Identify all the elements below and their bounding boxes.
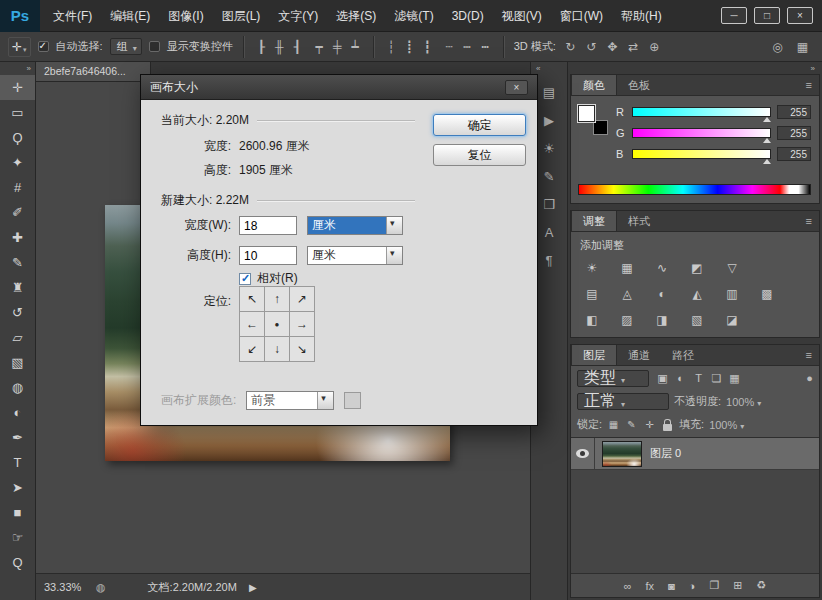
brush-panel-icon[interactable]: ✎ — [535, 164, 563, 188]
width-input[interactable] — [239, 216, 297, 235]
black-white-icon[interactable]: ◐ — [651, 284, 673, 303]
layer-name[interactable]: 图层 0 — [650, 446, 681, 461]
selective-color-icon[interactable]: ◪ — [721, 310, 743, 329]
layer-style-icon[interactable]: fx — [646, 580, 655, 592]
adjustments-panel-icon[interactable]: ☀ — [535, 136, 563, 160]
filter-shape-layers-icon[interactable]: ❏ — [709, 372, 724, 385]
show-transform-checkbox[interactable] — [149, 41, 160, 52]
menu-item[interactable]: 滤镜(T) — [385, 0, 442, 32]
chevron-down-icon[interactable] — [386, 217, 402, 234]
channel-slider[interactable] — [632, 149, 771, 159]
3d-pan-icon[interactable]: ✥ — [605, 40, 620, 54]
invert-icon[interactable]: ◧ — [581, 310, 603, 329]
distribute-horizontal-icon[interactable]: ┋ — [402, 40, 417, 54]
auto-select-target-dropdown[interactable]: 组 — [110, 38, 142, 55]
anchor-cell[interactable]: ← — [240, 312, 265, 337]
distribute-bottom-icon[interactable]: ┅ — [478, 40, 493, 54]
distribute-top-icon[interactable]: ┄ — [442, 40, 457, 54]
height-input[interactable] — [239, 246, 297, 265]
layer-filter-type-dropdown[interactable]: 类型 — [577, 370, 649, 387]
panel-menu-icon[interactable]: ≡ — [799, 211, 819, 231]
tab-paths[interactable]: 路径 — [661, 345, 705, 365]
anchor-cell[interactable]: ↖ — [240, 287, 265, 312]
opacity-field[interactable]: 100% — [726, 396, 761, 408]
lock-all-icon[interactable] — [663, 424, 672, 431]
exposure-icon[interactable]: ◩ — [686, 258, 708, 277]
auto-select-checkbox[interactable] — [38, 41, 49, 52]
panel-menu-icon[interactable]: ≡ — [799, 75, 819, 95]
new-layer-icon[interactable]: ⊞ — [733, 579, 742, 592]
clone-source-panel-icon[interactable]: ❒ — [535, 192, 563, 216]
filter-adjustment-layers-icon[interactable]: ◐ — [673, 372, 688, 385]
delete-layer-icon[interactable]: ♻ — [756, 579, 766, 592]
align-top-edges-icon[interactable]: ┯ — [312, 40, 327, 54]
slider-thumb[interactable] — [763, 113, 771, 122]
rotate-view-icon[interactable]: ◎ — [770, 40, 785, 54]
clone-stamp-tool[interactable]: ♜ — [0, 275, 35, 300]
toolbar-expander-icon[interactable]: » — [0, 62, 35, 75]
anchor-cell[interactable]: ↘ — [290, 337, 315, 362]
color-swatch-pair[interactable] — [578, 105, 608, 135]
layer-thumbnail[interactable] — [602, 441, 642, 467]
menu-item[interactable]: 图像(I) — [159, 0, 212, 32]
align-horizontal-centers-icon[interactable]: ╫ — [272, 40, 287, 54]
threshold-icon[interactable]: ◨ — [651, 310, 673, 329]
paragraph-panel-icon[interactable]: ¶ — [535, 248, 563, 272]
menu-item[interactable]: 3D(D) — [443, 0, 493, 32]
panels-expander-icon[interactable]: » — [568, 62, 822, 74]
canvas-extension-color-dropdown[interactable]: 前景 — [246, 391, 334, 410]
color-balance-icon[interactable]: ◬ — [616, 284, 638, 303]
tab-layers[interactable]: 图层 — [571, 345, 617, 365]
character-panel-icon[interactable]: A — [535, 220, 563, 244]
color-lookup-icon[interactable]: ▩ — [756, 284, 778, 303]
pen-tool[interactable]: ✒ — [0, 425, 35, 450]
3d-scale-icon[interactable]: ⊕ — [647, 40, 662, 54]
levels-icon[interactable]: ▦ — [616, 258, 638, 277]
3d-roll-icon[interactable]: ↺ — [584, 40, 599, 54]
slider-thumb[interactable] — [763, 155, 771, 164]
layer-row[interactable]: 图层 0 — [571, 438, 819, 470]
history-brush-tool[interactable]: ↺ — [0, 300, 35, 325]
height-unit-dropdown[interactable]: 厘米 — [307, 246, 403, 265]
close-button[interactable]: × — [787, 7, 813, 24]
anchor-cell[interactable]: ↓ — [265, 337, 290, 362]
vibrance-icon[interactable]: ▽ — [721, 258, 743, 277]
layer-visibility-cell[interactable] — [571, 438, 595, 469]
menu-item[interactable]: 图层(L) — [213, 0, 270, 32]
align-vertical-centers-icon[interactable]: ╪ — [330, 40, 345, 54]
menu-item[interactable]: 选择(S) — [327, 0, 385, 32]
tab-adjustments[interactable]: 调整 — [571, 211, 617, 231]
ok-button[interactable]: 确定 — [433, 114, 526, 136]
add-layer-mask-icon[interactable]: ◙ — [668, 580, 675, 592]
crop-tool[interactable]: # — [0, 175, 35, 200]
channel-slider[interactable] — [632, 107, 771, 117]
anchor-cell[interactable]: ● — [265, 312, 290, 337]
maximize-button[interactable]: □ — [754, 7, 780, 24]
spot-healing-brush-tool[interactable]: ✚ — [0, 225, 35, 250]
tab-color[interactable]: 颜色 — [571, 75, 617, 95]
gradient-map-icon[interactable]: ▧ — [686, 310, 708, 329]
foreground-color-swatch[interactable] — [578, 105, 595, 122]
tab-channels[interactable]: 通道 — [617, 345, 661, 365]
brush-tool[interactable]: ✎ — [0, 250, 35, 275]
lock-position-icon[interactable]: ✛ — [643, 419, 656, 430]
dodge-tool[interactable]: ◐ — [0, 400, 35, 425]
actions-panel-icon[interactable]: ▶ — [535, 108, 563, 132]
move-tool[interactable]: ✛ — [0, 75, 35, 100]
menu-item[interactable]: 帮助(H) — [612, 0, 671, 32]
channel-slider[interactable] — [632, 128, 771, 138]
align-right-edges-icon[interactable]: ┨ — [290, 40, 305, 54]
anchor-cell[interactable]: ↑ — [265, 287, 290, 312]
tab-styles[interactable]: 样式 — [617, 211, 661, 231]
eye-icon[interactable] — [576, 449, 589, 458]
menu-item[interactable]: 文件(F) — [44, 0, 101, 32]
eraser-tool[interactable]: ▱ — [0, 325, 35, 350]
photo-filter-icon[interactable]: ◭ — [686, 284, 708, 303]
filter-smart-objects-icon[interactable]: ▦ — [727, 372, 742, 385]
document-tab[interactable]: 2befe7a646406... — [36, 62, 151, 81]
anchor-cell[interactable]: ↗ — [290, 287, 315, 312]
filter-toggle-icon[interactable]: ● — [806, 372, 813, 384]
menu-item[interactable]: 窗口(W) — [551, 0, 612, 32]
lasso-tool[interactable]: Ϙ — [0, 125, 35, 150]
workspace-icon[interactable]: ▦ — [795, 40, 810, 54]
